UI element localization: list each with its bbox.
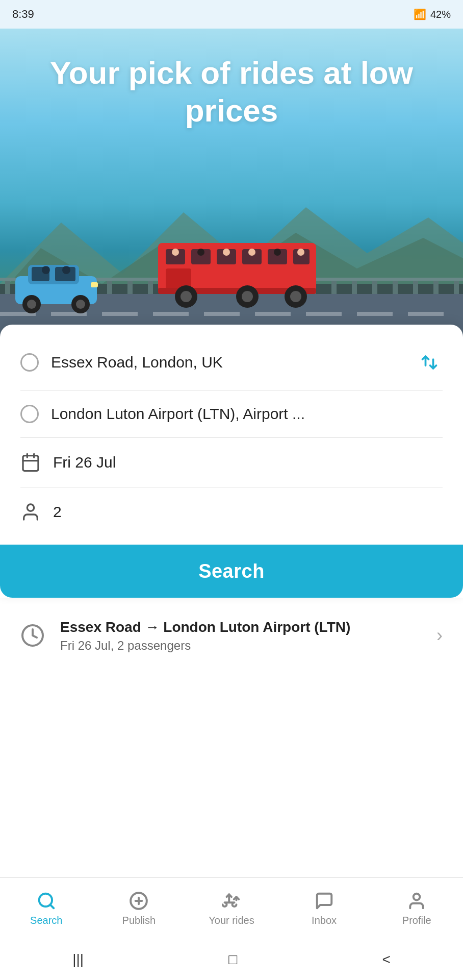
svg-point-59 [181, 291, 192, 302]
hero-title: Your pick of rides at low prices [0, 29, 463, 130]
svg-rect-70 [23, 456, 38, 471]
svg-point-81 [414, 893, 420, 900]
svg-point-43 [27, 300, 36, 309]
svg-line-77 [50, 904, 54, 908]
svg-rect-32 [153, 312, 189, 316]
svg-point-45 [76, 300, 85, 309]
svg-rect-26 [454, 279, 459, 294]
tab-inbox[interactable]: Inbox [278, 878, 371, 939]
battery-text: 42% [430, 9, 451, 20]
svg-rect-37 [408, 312, 444, 316]
svg-point-48 [62, 266, 70, 274]
from-radio-icon [20, 353, 39, 372]
svg-rect-46 [91, 282, 98, 287]
svg-rect-9 [107, 279, 112, 294]
your-rides-tab-icon [222, 891, 241, 911]
recent-route: Essex Road → London Luton Airport (LTN) [60, 618, 421, 636]
red-bus [158, 243, 316, 308]
svg-rect-23 [393, 279, 398, 294]
swap-icon [420, 353, 439, 372]
main-content: Your pick of rides at low prices [0, 29, 463, 765]
tab-search[interactable]: Search [0, 878, 93, 939]
recent-details: Fri 26 Jul, 2 passengers [60, 639, 421, 653]
from-field-row[interactable]: Essex Road, London, UK [20, 335, 443, 390]
android-menu-button[interactable]: ||| [72, 951, 84, 968]
svg-point-68 [274, 249, 281, 256]
svg-rect-20 [331, 279, 337, 294]
status-bar: 8:39 📶 42% [0, 0, 463, 29]
svg-rect-24 [413, 279, 418, 294]
svg-rect-35 [306, 312, 342, 316]
passengers-value: 2 [53, 503, 443, 521]
road-scene-svg [0, 182, 463, 345]
search-form: Essex Road, London, UK London Luton Airp… [0, 325, 463, 536]
clock-icon [20, 623, 45, 648]
tab-profile[interactable]: Profile [370, 878, 463, 939]
svg-rect-4 [5, 279, 10, 294]
android-nav-bar: ||| □ < [0, 939, 463, 980]
inbox-tab-label: Inbox [312, 915, 337, 926]
search-tab-label: Search [30, 915, 62, 926]
svg-point-64 [172, 249, 179, 256]
hero-section: Your pick of rides at low prices [0, 29, 463, 345]
person-icon [20, 502, 41, 522]
passengers-field-row[interactable]: 2 [20, 487, 443, 536]
date-field-row[interactable]: Fri 26 Jul [20, 438, 443, 487]
from-value: Essex Road, London, UK [51, 354, 404, 371]
to-radio-icon [20, 405, 39, 423]
svg-point-67 [248, 249, 255, 256]
svg-rect-34 [255, 312, 291, 316]
inbox-tab-icon [315, 891, 334, 911]
status-icons: 📶 42% [414, 8, 451, 20]
chevron-right-icon: › [436, 625, 443, 646]
road-scene [0, 182, 463, 345]
time: 8:39 [12, 8, 34, 21]
bottom-nav: Search Publish Your rides [0, 877, 463, 980]
tab-publish[interactable]: Publish [93, 878, 186, 939]
svg-point-74 [27, 504, 34, 511]
to-value: London Luton Airport (LTN), Airport ... [51, 405, 443, 423]
publish-tab-icon [129, 891, 148, 911]
svg-rect-25 [433, 279, 439, 294]
recent-section: Essex Road → London Luton Airport (LTN) … [0, 598, 463, 663]
svg-point-47 [42, 266, 50, 274]
svg-point-63 [290, 291, 301, 302]
tab-your-rides[interactable]: Your rides [185, 878, 278, 939]
search-tab-icon [37, 891, 56, 911]
android-home-button[interactable]: □ [228, 951, 237, 968]
svg-rect-11 [148, 279, 153, 294]
svg-point-69 [297, 249, 304, 256]
svg-point-61 [242, 291, 253, 302]
search-button[interactable]: Search [0, 545, 463, 598]
svg-rect-33 [204, 312, 240, 316]
calendar-icon [20, 452, 41, 473]
nav-tabs: Search Publish Your rides [0, 878, 463, 939]
date-value: Fri 26 Jul [53, 454, 443, 471]
svg-rect-36 [357, 312, 393, 316]
svg-point-65 [197, 249, 204, 256]
svg-rect-31 [102, 312, 138, 316]
recent-item[interactable]: Essex Road → London Luton Airport (LTN) … [20, 618, 443, 653]
profile-tab-icon [407, 891, 426, 911]
publish-tab-label: Publish [122, 915, 156, 926]
swap-button[interactable] [416, 349, 443, 376]
your-rides-tab-label: Your rides [209, 915, 254, 926]
svg-rect-10 [127, 279, 133, 294]
svg-point-66 [223, 249, 230, 256]
to-field-row[interactable]: London Luton Airport (LTN), Airport ... [20, 390, 443, 438]
bluetooth-icon: 📶 [414, 8, 426, 20]
svg-rect-21 [352, 279, 357, 294]
android-back-button[interactable]: < [382, 951, 390, 968]
svg-rect-22 [372, 279, 377, 294]
recent-text: Essex Road → London Luton Airport (LTN) … [60, 618, 421, 653]
search-card: Essex Road, London, UK London Luton Airp… [0, 325, 463, 598]
profile-tab-label: Profile [402, 915, 431, 926]
